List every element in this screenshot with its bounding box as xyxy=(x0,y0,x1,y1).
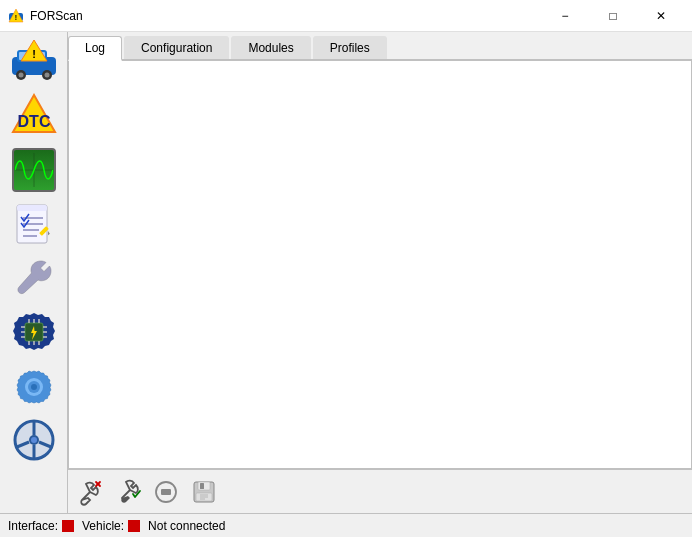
dtc-icon: DTC xyxy=(10,92,58,140)
minimize-button[interactable]: − xyxy=(542,0,588,32)
sidebar-item-wrench[interactable] xyxy=(8,252,60,304)
sidebar-item-modules[interactable] xyxy=(8,306,60,358)
sidebar-item-vehicle[interactable]: ! xyxy=(8,36,60,88)
sidebar-item-oscilloscope[interactable] xyxy=(8,144,60,196)
tab-log[interactable]: Log xyxy=(68,36,122,61)
oscilloscope-display xyxy=(12,148,56,192)
svg-point-49 xyxy=(31,437,37,443)
sidebar-item-settings[interactable] xyxy=(8,360,60,412)
disconnect-icon xyxy=(76,478,104,506)
sidebar: ! DTC xyxy=(0,32,68,513)
svg-point-10 xyxy=(44,73,49,78)
save-icon xyxy=(190,478,218,506)
stop-icon xyxy=(152,478,180,506)
vehicle-label: Vehicle: xyxy=(82,519,124,533)
connection-status-text: Not connected xyxy=(148,519,225,533)
tab-content-area xyxy=(68,61,692,469)
app-icon: ! xyxy=(8,8,24,24)
vehicle-status: Vehicle: xyxy=(82,519,140,533)
car-icon: ! xyxy=(9,37,59,87)
wrench-icon xyxy=(11,255,57,301)
title-bar: ! FORScan − □ ✕ xyxy=(0,0,692,32)
svg-rect-53 xyxy=(161,489,171,495)
svg-rect-56 xyxy=(200,483,204,489)
close-button[interactable]: ✕ xyxy=(638,0,684,32)
app-body: ! DTC xyxy=(0,32,692,537)
sidebar-item-dtc[interactable]: DTC xyxy=(8,90,60,142)
interface-label: Interface: xyxy=(8,519,58,533)
save-button[interactable] xyxy=(186,474,222,510)
chip-icon xyxy=(11,309,57,355)
tab-bar: Log Configuration Modules Profiles xyxy=(68,32,692,61)
connection-status-section: Not connected xyxy=(148,519,225,533)
svg-rect-18 xyxy=(17,205,47,211)
connect-button[interactable] xyxy=(110,474,146,510)
svg-point-41 xyxy=(31,384,37,390)
vehicle-indicator xyxy=(128,520,140,532)
settings-gear-icon xyxy=(11,363,57,409)
main-panel: Log Configuration Modules Profiles xyxy=(68,32,692,513)
connect-icon xyxy=(114,478,142,506)
title-bar-left: ! FORScan xyxy=(8,8,83,24)
bottom-toolbar xyxy=(68,469,692,513)
stop-button[interactable] xyxy=(148,474,184,510)
interface-indicator xyxy=(62,520,74,532)
app-title: FORScan xyxy=(30,9,83,23)
svg-point-8 xyxy=(18,73,23,78)
sidebar-item-service[interactable] xyxy=(8,198,60,250)
svg-text:!: ! xyxy=(32,48,36,60)
tab-profiles[interactable]: Profiles xyxy=(313,36,387,59)
sidebar-item-steering[interactable] xyxy=(8,414,60,466)
interface-status: Interface: xyxy=(8,519,74,533)
tab-modules[interactable]: Modules xyxy=(231,36,310,59)
disconnect-button[interactable] xyxy=(72,474,108,510)
content-area: ! DTC xyxy=(0,32,692,513)
title-bar-controls: − □ ✕ xyxy=(542,0,684,32)
steering-wheel-icon xyxy=(11,417,57,463)
checklist-icon xyxy=(11,201,57,247)
svg-text:!: ! xyxy=(15,14,17,21)
tab-configuration[interactable]: Configuration xyxy=(124,36,229,59)
maximize-button[interactable]: □ xyxy=(590,0,636,32)
status-bar: Interface: Vehicle: Not connected xyxy=(0,513,692,537)
svg-text:DTC: DTC xyxy=(17,113,50,130)
